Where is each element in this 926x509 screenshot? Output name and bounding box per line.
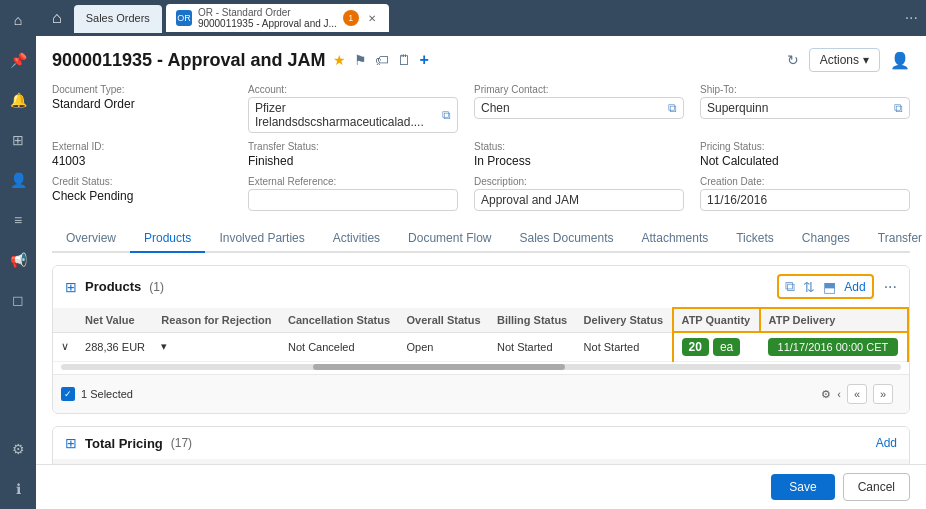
refresh-icon[interactable]: ↻ [787, 52, 799, 68]
tab-products[interactable]: Products [130, 225, 205, 253]
total-pricing-section: ⊞ Total Pricing (17) Add Price Component… [52, 426, 910, 464]
tab-sales-documents[interactable]: Sales Documents [505, 225, 627, 253]
note-icon[interactable]: 🗒 [397, 52, 411, 68]
primary-contact-value: Chen [481, 101, 510, 115]
page-first-button[interactable]: « [847, 384, 867, 404]
tab-bar: ⌂ Sales Orders OR OR - Standard Order 90… [36, 0, 926, 36]
contact-copy-icon[interactable]: ⧉ [668, 101, 677, 115]
credit-status-label: Credit Status: [52, 176, 232, 187]
account-input[interactable]: Pfizer Irelandsdscsharmaceuticalad.... ⧉ [248, 97, 458, 133]
row-atp-quantity: 20 ea [673, 332, 760, 362]
page-prev-icon[interactable]: ‹ [837, 388, 841, 400]
copy-action-icon[interactable]: ⧉ [785, 278, 795, 295]
ship-to-field: Ship-To: Superquinn ⧉ [700, 84, 910, 133]
tab-involved-parties[interactable]: Involved Parties [205, 225, 318, 253]
rejection-dropdown[interactable]: ▾ [161, 340, 167, 352]
sidebar-icon-settings[interactable]: ⚙ [6, 437, 30, 461]
primary-contact-input[interactable]: Chen ⧉ [474, 97, 684, 119]
row-cancellation-status: Not Canceled [280, 332, 399, 362]
ship-to-copy-icon[interactable]: ⧉ [894, 101, 903, 115]
page-header: 9000011935 - Approval and JAM ★ ⚑ 🏷 🗒 + … [52, 48, 910, 72]
tag-icon[interactable]: 🏷 [375, 52, 389, 68]
row-reason-rejection: ▾ [153, 332, 280, 362]
products-grid-icon: ⊞ [65, 279, 77, 295]
sidebar-icon-bell[interactable]: 🔔 [6, 88, 30, 112]
tab-tickets[interactable]: Tickets [722, 225, 788, 253]
sidebar-icon-home[interactable]: ⌂ [6, 8, 30, 32]
primary-contact-label: Primary Contact: [474, 84, 684, 95]
ext-reference-input[interactable] [248, 189, 458, 211]
sidebar-icon-grid[interactable]: ⊞ [6, 128, 30, 152]
atp-action-group: ⧉ ⇅ ⬒ Add [777, 274, 873, 299]
tab-notification-badge: 1 [343, 10, 359, 26]
products-more-icon[interactable]: ··· [884, 278, 897, 296]
products-section-actions: ⧉ ⇅ ⬒ Add ··· [777, 274, 897, 299]
tab-order-label2: 9000011935 - Approval and J... [198, 18, 337, 29]
col-billing-status: Billing Status [489, 308, 576, 332]
creation-date-input[interactable]: 11/16/2016 [700, 189, 910, 211]
tab-transfer-logs[interactable]: Transfer Logs [864, 225, 926, 253]
ship-to-label: Ship-To: [700, 84, 910, 95]
products-section-header: ⊞ Products (1) ⧉ ⇅ ⬒ Add ··· [53, 266, 909, 307]
sidebar: ⌂ 📌 🔔 ⊞ 👤 ≡ 📢 ◻ ⚙ ℹ [0, 0, 36, 509]
selected-count-label: 1 Selected [81, 388, 133, 400]
selected-row: ✓ 1 Selected ⚙ ‹ « » [53, 374, 909, 413]
primary-contact-field: Primary Contact: Chen ⧉ [474, 84, 684, 133]
page-settings-icon[interactable]: ⚙ [821, 388, 831, 401]
tab-overview[interactable]: Overview [52, 225, 130, 253]
products-section-title: Products [85, 279, 141, 294]
tabs-more-button[interactable]: ··· [905, 9, 918, 27]
row-delivery-status: Not Started [576, 332, 673, 362]
row-billing-status: Not Started [489, 332, 576, 362]
ship-to-value: Superquinn [707, 101, 768, 115]
person-header-icon[interactable]: 👤 [890, 51, 910, 70]
tab-attachments[interactable]: Attachments [628, 225, 723, 253]
pricing-grid-icon: ⊞ [65, 435, 77, 451]
ext-reference-label: External Reference: [248, 176, 458, 187]
doc-type-label: Document Type: [52, 84, 232, 95]
flag-icon[interactable]: ⚑ [354, 52, 367, 68]
sidebar-icon-megaphone[interactable]: 📢 [6, 248, 30, 272]
tab-standard-order[interactable]: OR OR - Standard Order 9000011935 - Appr… [166, 4, 389, 32]
sidebar-icon-pin[interactable]: 📌 [6, 48, 30, 72]
description-input[interactable]: Approval and JAM [474, 189, 684, 211]
doc-type-field: Document Type: Standard Order [52, 84, 232, 133]
refresh-action-icon[interactable]: ⇅ [803, 279, 815, 295]
col-expand [53, 308, 77, 332]
tab-sales-orders-label: Sales Orders [86, 12, 150, 24]
pricing-section-actions: Add [876, 436, 897, 450]
actions-button[interactable]: Actions ▾ [809, 48, 880, 72]
sidebar-icon-info[interactable]: ℹ [6, 477, 30, 501]
sidebar-icon-hierarchy[interactable]: ≡ [6, 208, 30, 232]
add-icon[interactable]: + [419, 51, 428, 69]
products-scrollbar[interactable] [61, 364, 901, 370]
export-action-icon[interactable]: ⬒ [823, 279, 836, 295]
row-expand-button[interactable]: ∨ [53, 332, 77, 362]
external-id-value: 41003 [52, 154, 232, 168]
pricing-add-button[interactable]: Add [876, 436, 897, 450]
tab-sales-orders[interactable]: Sales Orders [74, 5, 162, 33]
sidebar-icon-box[interactable]: ◻ [6, 288, 30, 312]
products-add-button[interactable]: Add [844, 280, 865, 294]
tab-changes[interactable]: Changes [788, 225, 864, 253]
tab-close-button[interactable]: ✕ [365, 11, 379, 25]
creation-date-label: Creation Date: [700, 176, 910, 187]
account-value: Pfizer Irelandsdscsharmaceuticalad.... [255, 101, 438, 129]
sidebar-icon-person[interactable]: 👤 [6, 168, 30, 192]
account-copy-icon[interactable]: ⧉ [442, 108, 451, 122]
bottom-bar: Save Cancel [36, 464, 926, 509]
credit-status-field: Credit Status: Check Pending [52, 176, 232, 211]
save-button[interactable]: Save [771, 474, 834, 500]
selected-checkbox[interactable]: ✓ [61, 387, 75, 401]
page-next-button[interactable]: » [873, 384, 893, 404]
cancel-button[interactable]: Cancel [843, 473, 910, 501]
products-table: Net Value Reason for Rejection Cancellat… [53, 307, 909, 362]
ship-to-input[interactable]: Superquinn ⧉ [700, 97, 910, 119]
tab-activities[interactable]: Activities [319, 225, 394, 253]
products-section: ⊞ Products (1) ⧉ ⇅ ⬒ Add ··· [52, 265, 910, 414]
row-net-value: 288,36 EUR [77, 332, 153, 362]
transfer-status-field: Transfer Status: Finished [248, 141, 458, 168]
favorite-icon[interactable]: ★ [333, 52, 346, 68]
col-atp-quantity: ATP Quantity [673, 308, 760, 332]
tab-document-flow[interactable]: Document Flow [394, 225, 505, 253]
